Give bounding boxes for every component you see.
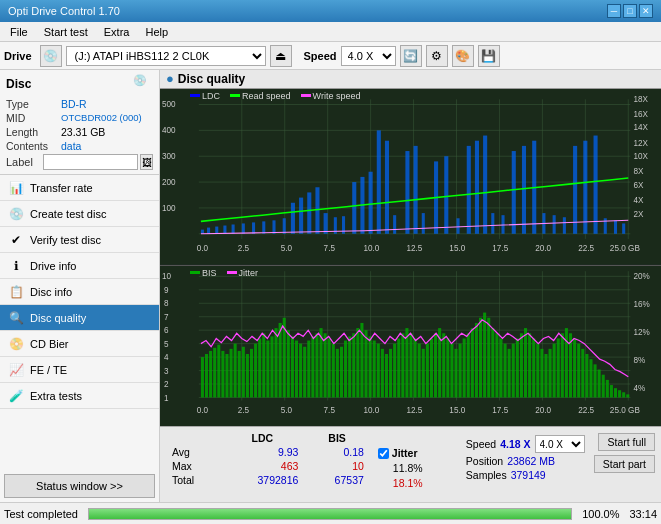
drive-select[interactable]: (J:) ATAPI iHBS112 2 CL0K: [66, 46, 266, 66]
svg-rect-192: [479, 317, 482, 397]
sidebar-item-extra-tests[interactable]: 🧪 Extra tests: [0, 383, 159, 409]
refresh-button[interactable]: 🔄: [400, 45, 422, 67]
svg-rect-216: [577, 343, 580, 397]
status-text: Test completed: [4, 508, 78, 520]
sidebar-item-drive-info[interactable]: ℹ Drive info: [0, 253, 159, 279]
progress-bar-fill: [89, 509, 571, 519]
svg-text:500: 500: [162, 99, 176, 108]
window-controls: ─ □ ✕: [607, 4, 653, 18]
save-button[interactable]: 💾: [478, 45, 500, 67]
svg-rect-147: [295, 340, 298, 397]
svg-rect-200: [512, 343, 515, 397]
svg-rect-212: [561, 333, 564, 397]
menu-file[interactable]: File: [4, 24, 34, 40]
disc-icon-button[interactable]: 💿: [133, 74, 153, 94]
svg-text:200: 200: [162, 178, 176, 187]
svg-rect-83: [583, 141, 587, 234]
svg-rect-124: [201, 357, 204, 397]
jitter-legend-dot: [227, 271, 237, 274]
svg-rect-198: [504, 343, 507, 397]
sidebar-item-disc-quality[interactable]: 🔍 Disc quality: [0, 305, 159, 331]
svg-rect-207: [540, 349, 543, 398]
svg-text:22.5: 22.5: [578, 244, 594, 253]
svg-rect-227: [622, 392, 625, 397]
speed-select[interactable]: 4.0 X: [341, 46, 396, 66]
svg-rect-194: [487, 317, 490, 397]
start-part-button[interactable]: Start part: [594, 455, 655, 473]
content-area: ● Disc quality LDC Read speed: [160, 70, 661, 502]
maximize-button[interactable]: □: [623, 4, 637, 18]
sidebar-item-cd-bier[interactable]: 📀 CD Bier: [0, 331, 159, 357]
row-total-label: Total: [166, 473, 220, 487]
sidebar-item-fe-te[interactable]: 📈 FE / TE: [0, 357, 159, 383]
svg-text:8%: 8%: [633, 356, 645, 365]
action-buttons: Start full Start part: [594, 431, 655, 498]
drive-icon-button[interactable]: 💿: [40, 45, 62, 67]
status-window-button[interactable]: Status window >>: [4, 474, 155, 498]
jitter-legend: Jitter: [227, 268, 259, 278]
label-input[interactable]: [43, 154, 138, 170]
menu-extra[interactable]: Extra: [98, 24, 136, 40]
jitter-checkbox[interactable]: [378, 448, 389, 459]
svg-rect-42: [201, 230, 204, 234]
bis-legend-label: BIS: [202, 268, 217, 278]
svg-text:5.0: 5.0: [281, 244, 293, 253]
eject-button[interactable]: ⏏: [270, 45, 292, 67]
label-browse-button[interactable]: 🖼: [140, 154, 153, 170]
svg-text:4%: 4%: [633, 384, 645, 393]
svg-rect-126: [209, 351, 212, 398]
svg-text:8: 8: [164, 299, 169, 308]
write-speed-legend-label: Write speed: [313, 91, 361, 101]
svg-rect-197: [499, 338, 502, 397]
samples-label: Samples: [466, 469, 507, 481]
svg-text:20.0: 20.0: [535, 244, 551, 253]
svg-rect-189: [467, 333, 470, 397]
svg-rect-218: [585, 354, 588, 397]
svg-text:4: 4: [164, 353, 169, 362]
drive-toolbar: Drive 💿 (J:) ATAPI iHBS112 2 CL0K ⏏ Spee…: [0, 42, 661, 70]
svg-rect-185: [450, 343, 453, 397]
svg-rect-49: [262, 221, 265, 233]
create-test-disc-label: Create test disc: [30, 208, 106, 220]
minimize-button[interactable]: ─: [607, 4, 621, 18]
color-button[interactable]: 🎨: [452, 45, 474, 67]
svg-text:400: 400: [162, 126, 176, 135]
svg-rect-46: [232, 224, 235, 233]
svg-rect-208: [544, 354, 547, 397]
ldc-legend-label: LDC: [202, 91, 220, 101]
speed-box-select[interactable]: 4.0 X: [535, 435, 585, 453]
jitter-legend-label: Jitter: [239, 268, 259, 278]
svg-text:25.0 GB: 25.0 GB: [610, 406, 640, 415]
close-button[interactable]: ✕: [639, 4, 653, 18]
fe-te-icon: 📈: [8, 362, 24, 378]
svg-rect-73: [483, 135, 487, 233]
label-label: Label: [6, 156, 43, 168]
svg-rect-130: [225, 354, 228, 397]
svg-rect-202: [520, 333, 523, 397]
ldc-legend: LDC: [190, 91, 220, 101]
menu-start-test[interactable]: Start test: [38, 24, 94, 40]
bis-legend-dot: [190, 271, 200, 274]
settings-button[interactable]: ⚙: [426, 45, 448, 67]
svg-text:5: 5: [164, 339, 169, 348]
svg-text:15.0: 15.0: [449, 244, 465, 253]
svg-rect-157: [336, 349, 339, 398]
svg-rect-167: [377, 343, 380, 397]
svg-rect-215: [573, 338, 576, 397]
svg-rect-154: [324, 333, 327, 397]
sidebar-item-transfer-rate[interactable]: 📊 Transfer rate: [0, 175, 159, 201]
menu-help[interactable]: Help: [139, 24, 174, 40]
create-test-disc-icon: 💿: [8, 206, 24, 222]
sidebar-item-verify-test-disc[interactable]: ✔ Verify test disc: [0, 227, 159, 253]
cd-bier-icon: 📀: [8, 336, 24, 352]
status-bar: Test completed 100.0% 33:14: [0, 502, 661, 524]
svg-rect-179: [426, 343, 429, 397]
start-full-button[interactable]: Start full: [598, 433, 655, 451]
svg-rect-177: [418, 343, 421, 397]
row-total-ldc: 3792816: [220, 473, 304, 487]
sidebar-item-disc-info[interactable]: 📋 Disc info: [0, 279, 159, 305]
chart2-legend: BIS Jitter: [190, 268, 258, 278]
sidebar-item-create-test-disc[interactable]: 💿 Create test disc: [0, 201, 159, 227]
col-header-ldc: LDC: [220, 431, 304, 445]
svg-rect-226: [618, 390, 621, 397]
